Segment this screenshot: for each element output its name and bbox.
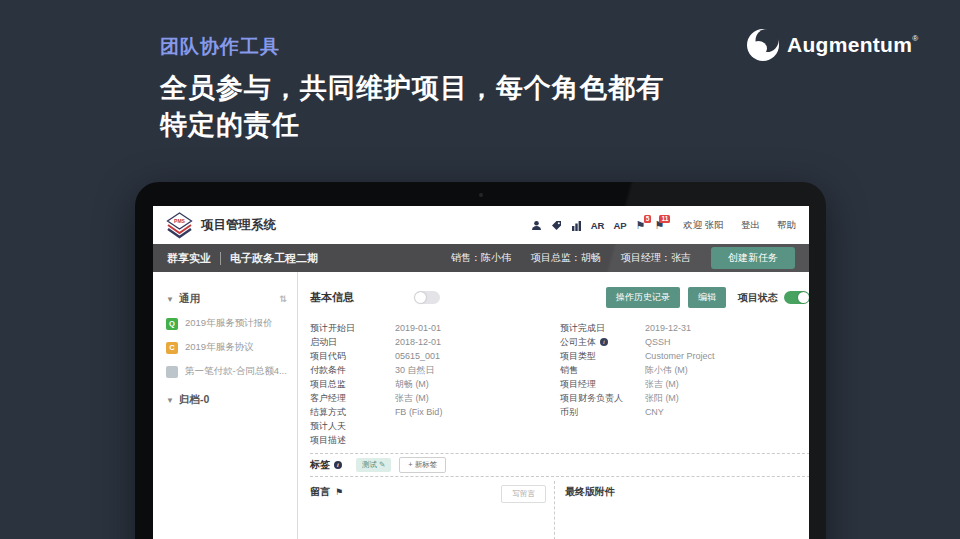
info-icon[interactable]: i <box>600 338 608 346</box>
field-label: 结算方式 <box>310 406 395 419</box>
field-row: 项目总监胡畅 (M) <box>310 377 560 391</box>
topbar-sales: 销售：陈小伟 <box>451 251 511 265</box>
write-comment-button[interactable]: 写留言 <box>501 485 546 503</box>
field-value: 张吉 (M) <box>395 392 429 405</box>
flag-notification-2-icon[interactable]: ⚑11 <box>654 220 664 231</box>
field-value: 陈小伟 (M) <box>645 364 688 377</box>
field-row: 客户经理张吉 (M) <box>310 391 560 405</box>
field-row: 公司主体iQSSH <box>560 335 809 349</box>
fields-grid: 预计开始日2019-01-01 启动日2018-12-01 项目代码05615_… <box>310 321 809 447</box>
fields-left-column: 预计开始日2019-01-01 启动日2018-12-01 项目代码05615_… <box>310 321 560 447</box>
field-value: 2018-12-01 <box>395 337 441 347</box>
field-value: 张吉 (M) <box>645 378 679 391</box>
field-value: 30 自然日 <box>395 364 435 377</box>
doc-type-c-icon: C <box>166 342 178 354</box>
sidebar-group-label: 归档-0 <box>179 393 209 407</box>
tag-chip[interactable]: 测试 ✎ <box>356 458 391 472</box>
nav-ap[interactable]: AP <box>613 220 626 231</box>
app-header: PMS 项目管理系统 AR AP <box>153 206 809 244</box>
add-tag-button[interactable]: + 新标签 <box>399 457 446 473</box>
flag-icon: ⚑ <box>335 487 343 497</box>
field-value: 05615_001 <box>395 351 440 361</box>
sidebar-item-contract[interactable]: C 2019年服务协议 <box>166 341 287 354</box>
sidebar-item-quote[interactable]: Q 2019年服务预计报价 <box>166 317 287 330</box>
field-label: 预计人天 <box>310 420 395 433</box>
slide-eyebrow: 团队协作工具 <box>160 34 280 60</box>
field-row: 项目经理张吉 (M) <box>560 377 809 391</box>
logout-link[interactable]: 登出 <box>741 219 760 232</box>
field-row: 启动日2018-12-01 <box>310 335 560 349</box>
headline-line1: 全员参与，共同维护项目，每个角色都有 <box>160 73 664 103</box>
breadcrumb-company[interactable]: 群享实业 <box>167 251 211 266</box>
basic-info-toggle[interactable] <box>414 291 440 304</box>
field-row: 项目描述 <box>310 433 560 447</box>
pms-logo-icon: PMS <box>166 212 193 239</box>
field-label: 项目类型 <box>560 350 645 363</box>
field-label: 项目财务负责人 <box>560 392 645 405</box>
breadcrumb-project: 电子政务工程二期 <box>230 251 318 266</box>
attachments-title: 最终版附件 <box>565 485 809 499</box>
sidebar: ▼ 通用 ⇅ Q 2019年服务预计报价 C 2019年服务协议 第一笔付 <box>153 272 298 539</box>
field-row: 预计完成日2019-12-31 <box>560 321 809 335</box>
doc-type-q-icon: Q <box>166 318 178 330</box>
info-icon[interactable]: i <box>334 461 342 469</box>
headline-line2: 特定的责任 <box>160 110 300 140</box>
field-value: 张阳 (M) <box>645 392 679 405</box>
user-icon[interactable] <box>531 220 542 231</box>
tag-icon[interactable] <box>551 220 562 231</box>
field-row: 预计开始日2019-01-01 <box>310 321 560 335</box>
field-label: 币别 <box>560 406 645 419</box>
doc-type-icon <box>166 366 178 378</box>
nav-ar[interactable]: AR <box>591 220 605 231</box>
field-label: 项目总监 <box>310 378 395 391</box>
field-label: 销售 <box>560 364 645 377</box>
brand-logo: Augmentum ® <box>744 26 918 64</box>
sidebar-group-archive[interactable]: ▼ 归档-0 <box>166 393 287 407</box>
welcome-user: 欢迎 张阳 <box>683 219 724 232</box>
comments-panel: 留言 ⚑ 写留言 <box>310 477 554 539</box>
chevron-down-icon: ▼ <box>166 396 174 405</box>
toggle-knob <box>798 292 809 303</box>
flag1-badge: 5 <box>644 215 652 223</box>
header-nav: AR AP ⚑5 ⚑11 欢迎 张阳 登出 帮助 <box>531 219 796 232</box>
field-label: 公司主体i <box>560 336 645 349</box>
edit-button[interactable]: 编辑 <box>688 287 726 308</box>
augmentum-swirl-icon <box>744 26 782 64</box>
fields-right-column: 预计完成日2019-12-31 公司主体iQSSH 项目类型Customer P… <box>560 321 809 447</box>
sidebar-group-general[interactable]: ▼ 通用 ⇅ <box>166 292 287 306</box>
history-button[interactable]: 操作历史记录 <box>606 287 680 308</box>
basic-info-header: 基本信息 操作历史记录 编辑 项目状态 <box>310 287 809 308</box>
field-row: 付款条件30 自然日 <box>310 363 560 377</box>
create-task-button[interactable]: 创建新任务 <box>711 247 795 269</box>
svg-text:PMS: PMS <box>174 218 186 224</box>
app-screen: PMS 项目管理系统 AR AP <box>153 206 809 539</box>
sort-icon[interactable]: ⇅ <box>279 294 287 304</box>
field-row: 项目类型Customer Project <box>560 349 809 363</box>
bottom-section: 留言 ⚑ 写留言 最终版附件 <box>310 476 809 539</box>
field-value: 胡畅 (M) <box>395 378 429 391</box>
comments-label: 留言 <box>310 485 330 499</box>
brand-name: Augmentum <box>787 33 912 57</box>
field-row: 结算方式FB (Fix Bid) <box>310 405 560 419</box>
breadcrumb-divider <box>220 252 221 265</box>
help-link[interactable]: 帮助 <box>777 219 796 232</box>
tags-section: 标签 i 测试 ✎ + 新标签 <box>310 454 809 476</box>
toggle-knob <box>415 292 426 303</box>
field-label: 启动日 <box>310 336 395 349</box>
brand-registered-mark: ® <box>912 34 918 43</box>
field-value: CNY <box>645 407 664 417</box>
sidebar-item-payment[interactable]: 第一笔付款-合同总额4... <box>166 365 287 378</box>
tags-title: 标签 i <box>310 458 342 472</box>
project-status-toggle[interactable] <box>784 291 809 304</box>
topbar-manager: 项目经理：张吉 <box>621 251 691 265</box>
field-value: Customer Project <box>645 351 715 361</box>
field-value: QSSH <box>645 337 671 347</box>
field-label: 预计开始日 <box>310 322 395 335</box>
chart-icon[interactable] <box>571 220 582 231</box>
sidebar-group-label: 通用 <box>179 292 200 306</box>
comments-title: 留言 ⚑ <box>310 485 343 499</box>
sidebar-item-label: 2019年服务预计报价 <box>185 317 273 330</box>
field-row: 销售陈小伟 (M) <box>560 363 809 377</box>
flag-notification-1-icon[interactable]: ⚑5 <box>636 220 646 231</box>
field-label: 项目描述 <box>310 434 395 447</box>
